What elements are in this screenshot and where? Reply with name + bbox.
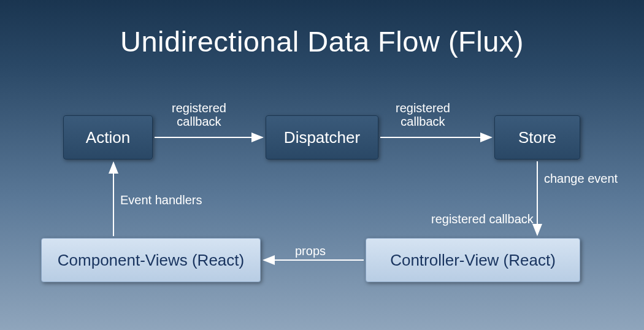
- node-dispatcher: Dispatcher: [266, 115, 378, 159]
- edge-label-component-action: Event handlers: [120, 193, 202, 207]
- node-action: Action: [63, 115, 153, 159]
- edge-label-controller-component: props: [295, 244, 326, 258]
- edge-label-store-callback: registered callback: [431, 212, 534, 226]
- edge-label-dispatcher-store: registeredcallback: [396, 101, 450, 128]
- node-controller-view: Controller-View (React): [366, 238, 580, 282]
- node-label: Store: [518, 128, 556, 147]
- node-store: Store: [494, 115, 580, 159]
- node-component-views: Component-Views (React): [41, 238, 261, 282]
- node-label: Action: [86, 128, 130, 147]
- node-label: Dispatcher: [284, 128, 360, 147]
- edge-label-store-change: change event: [544, 172, 618, 186]
- edge-label-action-dispatcher: registeredcallback: [172, 101, 226, 128]
- node-label: Controller-View (React): [390, 251, 556, 270]
- node-label: Component-Views (React): [58, 251, 244, 270]
- diagram-canvas: Action Dispatcher Store Component-Views …: [0, 0, 644, 330]
